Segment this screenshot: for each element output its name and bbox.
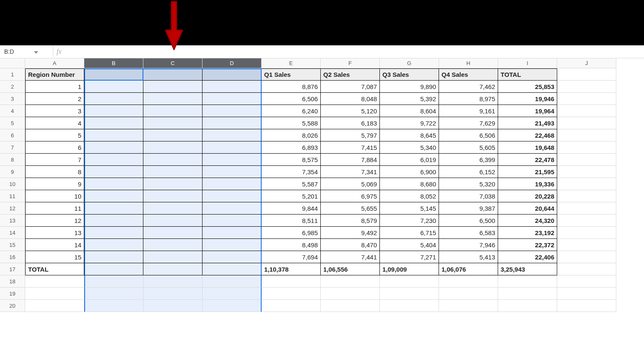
cell-C2[interactable] <box>143 81 203 93</box>
cell-B8[interactable] <box>84 154 143 166</box>
cell-C10[interactable] <box>143 178 203 190</box>
cell-J3[interactable] <box>557 93 616 105</box>
cell-B6[interactable] <box>84 129 143 141</box>
select-all-corner[interactable] <box>0 58 25 68</box>
cell-E19[interactable] <box>262 288 321 300</box>
cell-G17[interactable]: 1,09,009 <box>380 263 439 275</box>
cell-F11[interactable]: 6,975 <box>321 190 380 202</box>
cell-D9[interactable] <box>203 166 262 178</box>
cell-B12[interactable] <box>84 202 143 215</box>
cell-J8[interactable] <box>557 154 616 166</box>
cell-C7[interactable] <box>143 141 203 154</box>
cell-H15[interactable]: 7,946 <box>439 239 498 251</box>
cell-G15[interactable]: 5,404 <box>380 239 439 251</box>
cell-F8[interactable]: 7,884 <box>321 154 380 166</box>
cell-C18[interactable] <box>143 275 203 288</box>
cell-J5[interactable] <box>557 117 616 129</box>
cell-E12[interactable]: 9,844 <box>262 202 321 215</box>
cell-E13[interactable]: 8,511 <box>262 215 321 227</box>
cell-A20[interactable] <box>25 300 84 312</box>
row-header-11[interactable]: 11 <box>0 190 25 202</box>
cell-E20[interactable] <box>262 300 321 312</box>
row-header-18[interactable]: 18 <box>0 275 25 288</box>
cell-C8[interactable] <box>143 154 203 166</box>
cell-J20[interactable] <box>557 300 616 312</box>
cell-G14[interactable]: 6,715 <box>380 227 439 239</box>
cell-D19[interactable] <box>203 288 262 300</box>
cell-E1[interactable]: Q1 Sales <box>262 68 321 81</box>
cell-B17[interactable] <box>84 263 143 275</box>
formula-input[interactable] <box>65 46 644 57</box>
cell-A4[interactable]: 3 <box>25 105 84 117</box>
cell-H13[interactable]: 6,500 <box>439 215 498 227</box>
cell-I15[interactable]: 22,372 <box>498 239 557 251</box>
cell-G5[interactable]: 9,722 <box>380 117 439 129</box>
cell-I2[interactable]: 25,853 <box>498 81 557 93</box>
cell-E6[interactable]: 8,026 <box>262 129 321 141</box>
cell-E5[interactable]: 5,588 <box>262 117 321 129</box>
cell-E4[interactable]: 6,240 <box>262 105 321 117</box>
row-header-3[interactable]: 3 <box>0 93 25 105</box>
cell-H16[interactable]: 5,413 <box>439 251 498 263</box>
cell-B3[interactable] <box>84 93 143 105</box>
cell-H8[interactable]: 6,399 <box>439 154 498 166</box>
cell-C17[interactable] <box>143 263 203 275</box>
cell-E17[interactable]: 1,10,378 <box>262 263 321 275</box>
cell-A8[interactable]: 7 <box>25 154 84 166</box>
cell-A18[interactable] <box>25 275 84 288</box>
cell-J17[interactable] <box>557 263 616 275</box>
cell-H1[interactable]: Q4 Sales <box>439 68 498 81</box>
column-header-G[interactable]: G <box>380 58 439 68</box>
cell-J19[interactable] <box>557 288 616 300</box>
cell-G19[interactable] <box>380 288 439 300</box>
cell-F10[interactable]: 5,069 <box>321 178 380 190</box>
cell-F17[interactable]: 1,06,556 <box>321 263 380 275</box>
cell-B9[interactable] <box>84 166 143 178</box>
cell-J13[interactable] <box>557 215 616 227</box>
row-header-4[interactable]: 4 <box>0 105 25 117</box>
cell-H4[interactable]: 9,161 <box>439 105 498 117</box>
cell-I14[interactable]: 23,192 <box>498 227 557 239</box>
row-header-20[interactable]: 20 <box>0 300 25 312</box>
row-header-2[interactable]: 2 <box>0 81 25 93</box>
cell-I19[interactable] <box>498 288 557 300</box>
cell-J15[interactable] <box>557 239 616 251</box>
cell-A10[interactable]: 9 <box>25 178 84 190</box>
column-header-E[interactable]: E <box>262 58 321 68</box>
cell-A1[interactable]: Region Number <box>25 68 84 81</box>
name-box[interactable]: B:D <box>0 46 50 58</box>
cell-F7[interactable]: 7,415 <box>321 141 380 154</box>
cell-D11[interactable] <box>203 190 262 202</box>
cell-G6[interactable]: 8,645 <box>380 129 439 141</box>
cell-A12[interactable]: 11 <box>25 202 84 215</box>
cell-B5[interactable] <box>84 117 143 129</box>
cell-H11[interactable]: 7,038 <box>439 190 498 202</box>
cell-A2[interactable]: 1 <box>25 81 84 93</box>
cell-C11[interactable] <box>143 190 203 202</box>
column-header-J[interactable]: J <box>557 58 616 68</box>
cell-G10[interactable]: 8,680 <box>380 178 439 190</box>
cell-G4[interactable]: 8,604 <box>380 105 439 117</box>
cell-D4[interactable] <box>203 105 262 117</box>
cell-E16[interactable]: 7,694 <box>262 251 321 263</box>
cell-H14[interactable]: 6,583 <box>439 227 498 239</box>
row-header-8[interactable]: 8 <box>0 154 25 166</box>
cell-E11[interactable]: 5,201 <box>262 190 321 202</box>
cell-J2[interactable] <box>557 81 616 93</box>
cell-A19[interactable] <box>25 288 84 300</box>
cell-G16[interactable]: 7,271 <box>380 251 439 263</box>
column-header-A[interactable]: A <box>25 58 84 68</box>
cell-I17[interactable]: 3,25,943 <box>498 263 557 275</box>
cell-G1[interactable]: Q3 Sales <box>380 68 439 81</box>
cell-G12[interactable]: 5,145 <box>380 202 439 215</box>
cell-G3[interactable]: 5,392 <box>380 93 439 105</box>
cell-C3[interactable] <box>143 93 203 105</box>
cell-H18[interactable] <box>439 275 498 288</box>
cell-F6[interactable]: 5,797 <box>321 129 380 141</box>
cell-G13[interactable]: 7,230 <box>380 215 439 227</box>
cell-A14[interactable]: 13 <box>25 227 84 239</box>
cell-C15[interactable] <box>143 239 203 251</box>
cell-I12[interactable]: 20,644 <box>498 202 557 215</box>
cell-C4[interactable] <box>143 105 203 117</box>
cell-I18[interactable] <box>498 275 557 288</box>
